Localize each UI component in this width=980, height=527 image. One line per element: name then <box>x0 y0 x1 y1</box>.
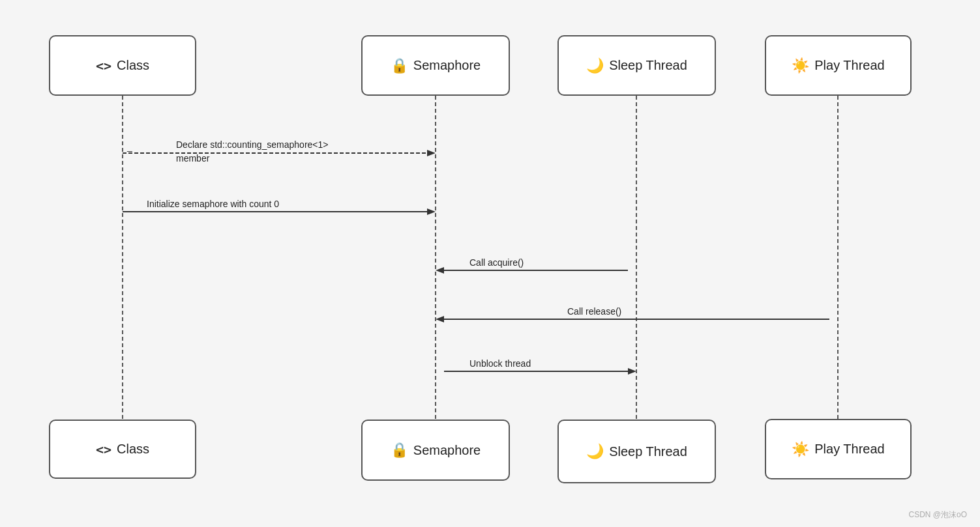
svg-marker-19 <box>628 368 636 375</box>
actor-sleep-bottom-label: Sleep Thread <box>609 444 687 459</box>
svg-text:Unblock thread: Unblock thread <box>469 358 531 369</box>
svg-text:Declare std::counting_semaphor: Declare std::counting_semaphore<1> <box>176 139 328 150</box>
sun-icon-top: ☀️ <box>792 57 809 74</box>
svg-marker-10 <box>427 208 436 215</box>
sequence-diagram: _ Declare std::counting_semaphore<1> mem… <box>0 0 980 527</box>
actor-sleep-top-label: Sleep Thread <box>609 58 687 73</box>
actor-semaphore-top-label: Semaphore <box>413 58 481 73</box>
svg-marker-13 <box>436 267 444 274</box>
actor-class-top: <> Class <box>49 35 196 96</box>
lock-icon-bottom: 🔒 <box>391 442 408 459</box>
svg-text:_: _ <box>126 141 132 152</box>
moon-icon-bottom: 🌙 <box>586 443 604 460</box>
actor-class-bottom-label: Class <box>117 442 149 457</box>
actor-class-top-label: Class <box>117 58 149 73</box>
lock-icon-top: 🔒 <box>391 57 408 74</box>
actor-play-top: ☀️ Play Thread <box>765 35 912 96</box>
svg-text:Initialize semaphore with coun: Initialize semaphore with count 0 <box>147 199 279 209</box>
actor-sleep-top: 🌙 Sleep Thread <box>557 35 716 96</box>
svg-text:Call release(): Call release() <box>567 306 621 317</box>
moon-icon-top: 🌙 <box>586 57 604 74</box>
actor-play-bottom: ☀️ Play Thread <box>765 419 912 479</box>
actor-semaphore-bottom: 🔒 Semaphore <box>361 420 510 481</box>
actor-sleep-bottom: 🌙 Sleep Thread <box>557 420 716 483</box>
svg-text:member: member <box>176 153 210 164</box>
sun-icon-bottom: ☀️ <box>792 441 809 458</box>
svg-marker-5 <box>427 150 436 156</box>
code-icon: <> <box>96 58 111 74</box>
actor-class-bottom: <> Class <box>49 420 196 479</box>
actor-play-bottom-label: Play Thread <box>814 442 884 457</box>
svg-marker-16 <box>436 316 444 322</box>
actor-play-top-label: Play Thread <box>814 58 884 73</box>
code-icon-bottom: <> <box>96 442 111 457</box>
svg-text:Call acquire(): Call acquire() <box>469 257 524 268</box>
actor-semaphore-top: 🔒 Semaphore <box>361 35 510 96</box>
actor-semaphore-bottom-label: Semaphore <box>413 443 481 458</box>
watermark: CSDN @泡沫oO <box>908 509 967 520</box>
